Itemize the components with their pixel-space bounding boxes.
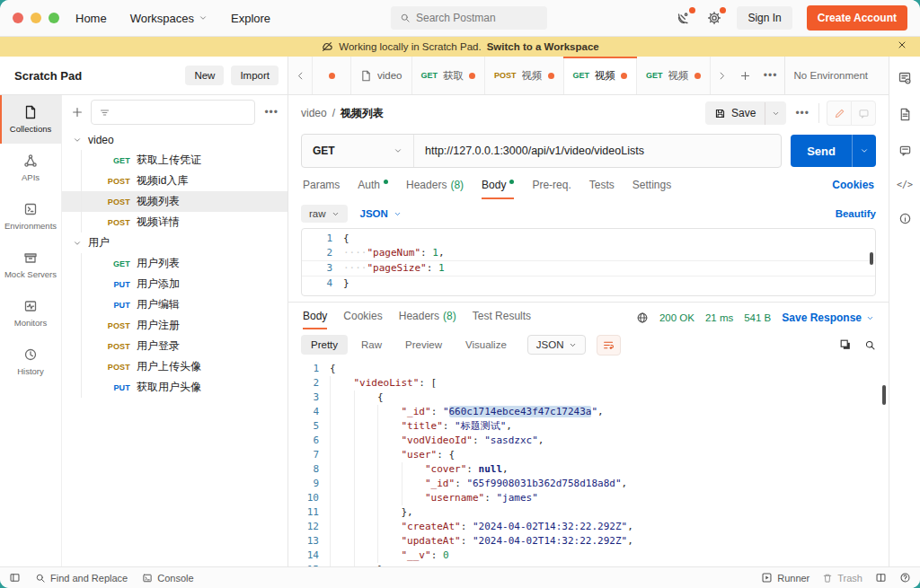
switch-workspace-link[interactable]: Switch to a Workspace — [487, 41, 599, 52]
send-button[interactable]: Send — [791, 135, 876, 167]
request-item[interactable]: POST用户上传头像 — [62, 356, 288, 377]
response-time[interactable]: 21 ms — [705, 312, 733, 323]
more-actions-icon[interactable]: ••• — [262, 106, 280, 118]
comment-icon[interactable] — [851, 101, 876, 126]
console-button[interactable]: Console — [142, 573, 193, 584]
tab-options-icon[interactable]: ••• — [757, 57, 784, 94]
nav-home[interactable]: Home — [75, 12, 107, 25]
response-scrollbar[interactable] — [882, 385, 886, 405]
response-format-selector[interactable]: JSON — [527, 335, 587, 355]
add-collection-button[interactable] — [71, 106, 84, 118]
gear-icon[interactable] — [706, 10, 722, 26]
request-body-editor[interactable]: 1{2····"pageNum": 1,3····"pageSize": 14} — [301, 228, 876, 296]
request-item[interactable]: POST用户登录 — [62, 336, 288, 356]
comments-icon[interactable] — [898, 144, 912, 157]
tab-clipped[interactable] — [312, 57, 351, 94]
response-tab-headers[interactable]: Headers(8) — [399, 310, 456, 329]
request-item[interactable]: POST视频列表 — [62, 191, 288, 212]
maximize-window-button[interactable] — [49, 13, 59, 23]
response-tab-body[interactable]: Body — [303, 310, 327, 329]
request-item[interactable]: PUT用户添加 — [62, 274, 288, 294]
info-icon[interactable] — [898, 212, 912, 225]
request-item[interactable]: GET获取上传凭证 — [62, 150, 288, 171]
response-tab-testresults[interactable]: Test Results — [473, 310, 531, 329]
body-format-selector[interactable]: JSON — [360, 208, 402, 219]
code-snippet-icon[interactable]: </> — [897, 180, 913, 189]
tab-request[interactable]: GET视频 — [637, 57, 711, 94]
edit-icon[interactable] — [827, 101, 851, 126]
help-icon[interactable] — [899, 572, 911, 584]
sidebar-item-history[interactable]: History — [0, 338, 61, 386]
window-controls[interactable] — [13, 13, 59, 23]
body-type-selector[interactable]: raw — [301, 205, 348, 223]
globe-icon[interactable] — [636, 312, 649, 324]
trash-button[interactable]: Trash — [822, 573, 862, 584]
documentation-icon[interactable] — [898, 108, 912, 121]
sidebar-toggle-icon[interactable] — [9, 572, 21, 584]
request-tab-tests[interactable]: Tests — [589, 179, 615, 199]
breadcrumb-collection[interactable]: video — [301, 107, 327, 119]
request-editor-scrollbar[interactable] — [870, 252, 873, 265]
view-tab-raw[interactable]: Raw — [351, 335, 392, 355]
request-more-actions-icon[interactable]: ••• — [793, 107, 811, 119]
response-body-viewer[interactable]: 1{2"videoList": [3{4"_id": "660c1714ebce… — [288, 360, 889, 566]
close-icon[interactable] — [897, 39, 909, 52]
request-item[interactable]: GET用户列表 — [62, 253, 288, 274]
cookies-link[interactable]: Cookies — [832, 179, 874, 199]
sidebar-item-monitors[interactable]: Monitors — [0, 289, 61, 338]
status-badge[interactable]: 200 OK — [659, 312, 694, 323]
url-input[interactable]: http://127.0.0.1:3000/api/v1/video/video… — [414, 135, 781, 167]
sign-in-button[interactable]: Sign In — [737, 6, 792, 30]
new-tab-icon[interactable] — [734, 57, 757, 94]
tabs-scroll-right-icon[interactable] — [711, 57, 734, 94]
send-options-icon[interactable] — [852, 135, 876, 167]
request-tab-headers[interactable]: Headers(8) — [406, 179, 464, 199]
minimize-window-button[interactable] — [31, 13, 41, 23]
close-window-button[interactable] — [13, 13, 23, 23]
search-input[interactable]: Search Postman — [391, 6, 547, 30]
environment-panel-icon[interactable] — [898, 71, 912, 85]
request-item[interactable]: POST用户注册 — [62, 315, 288, 336]
response-size[interactable]: 541 B — [744, 312, 771, 323]
method-selector[interactable]: GET — [302, 135, 414, 167]
request-tab-auth[interactable]: Auth — [358, 179, 388, 199]
import-button[interactable]: Import — [231, 66, 279, 85]
tab-request[interactable]: GET获取 — [412, 57, 486, 94]
find-and-replace-button[interactable]: Find and Replace — [35, 573, 128, 584]
split-pane-icon[interactable] — [875, 572, 887, 584]
new-button[interactable]: New — [185, 66, 224, 85]
request-tab-params[interactable]: Params — [303, 179, 340, 199]
view-tab-preview[interactable]: Preview — [395, 335, 452, 355]
tab-request[interactable]: POST视频 — [485, 57, 564, 94]
beautify-link[interactable]: Beautify — [836, 208, 876, 219]
wrap-text-icon[interactable] — [597, 335, 621, 355]
breadcrumb-request[interactable]: 视频列表 — [341, 106, 384, 121]
request-tab-prereq[interactable]: Pre-req. — [532, 179, 571, 199]
tabs-scroll-left-icon[interactable] — [288, 57, 312, 94]
view-tab-visualize[interactable]: Visualize — [456, 335, 517, 355]
sidebar-item-mock-servers[interactable]: Mock Servers — [0, 241, 61, 289]
request-item[interactable]: POST视频详情 — [62, 212, 288, 233]
runner-button[interactable]: Runner — [761, 572, 809, 584]
view-tab-pretty[interactable]: Pretty — [301, 335, 348, 355]
save-response-button[interactable]: Save Response — [782, 312, 874, 324]
request-item[interactable]: PUT获取用户头像 — [62, 377, 288, 398]
collection-folder[interactable]: 用户 — [62, 233, 288, 253]
response-tab-cookies[interactable]: Cookies — [343, 310, 382, 329]
request-item[interactable]: POST视频id入库 — [62, 171, 288, 191]
tab-collection[interactable]: video — [351, 57, 412, 94]
request-item[interactable]: PUT用户编辑 — [62, 294, 288, 315]
tab-request[interactable]: GET视频 — [564, 57, 638, 94]
save-options-icon[interactable] — [765, 102, 786, 125]
search-response-icon[interactable] — [864, 339, 876, 351]
save-button[interactable]: Save — [705, 101, 786, 125]
filter-collections-input[interactable] — [91, 100, 255, 125]
create-account-button[interactable]: Create Account — [807, 5, 907, 31]
collection-folder[interactable]: video — [62, 129, 288, 150]
nav-workspaces[interactable]: Workspaces — [130, 12, 208, 25]
satellite-icon[interactable] — [676, 10, 692, 26]
sidebar-item-collections[interactable]: Collections — [0, 95, 61, 144]
sidebar-item-apis[interactable]: APIs — [0, 144, 61, 192]
request-tab-body[interactable]: Body — [482, 179, 514, 199]
nav-explore[interactable]: Explore — [231, 12, 270, 25]
